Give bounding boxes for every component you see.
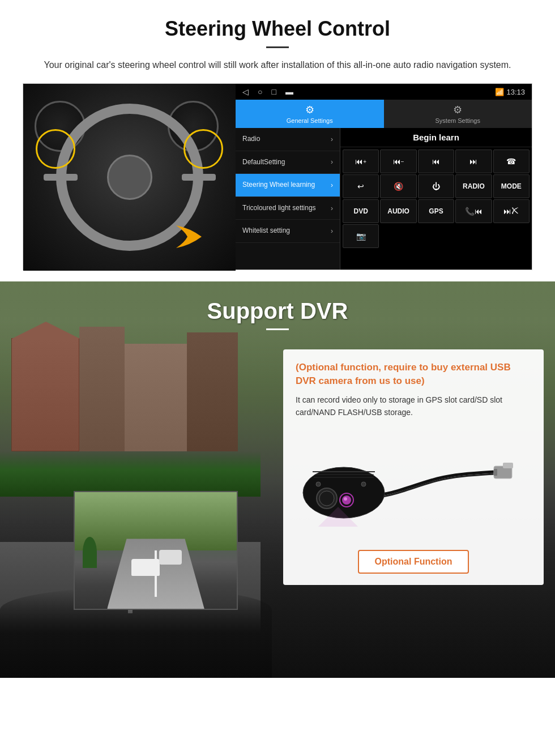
svg-point-5 bbox=[319, 491, 334, 506]
svg-rect-1 bbox=[503, 463, 513, 468]
building-4 bbox=[187, 332, 238, 451]
ctrl-btn-dvd[interactable]: DVD bbox=[343, 199, 379, 223]
hedge bbox=[0, 451, 261, 497]
nav-icons: ◁ ○ □ ▬ bbox=[242, 87, 293, 96]
back-icon: ◁ bbox=[242, 87, 249, 96]
ctrl-btn-mute[interactable]: 🔇 bbox=[380, 174, 416, 198]
menu-icon: ▬ bbox=[285, 87, 293, 96]
dvr-optional-heading: (Optional function, require to buy exter… bbox=[296, 361, 531, 388]
steering-image bbox=[23, 84, 236, 271]
android-panel: ◁ ○ □ ▬ 📶 13:13 ⚙ General Settings ⚙ bbox=[236, 84, 532, 270]
preview-car-2 bbox=[159, 550, 182, 565]
dvr-title: Support DVR bbox=[0, 298, 555, 324]
steering-circle-left bbox=[36, 129, 75, 169]
android-tabs: ⚙ General Settings ⚙ System Settings bbox=[236, 100, 532, 128]
preview-tree bbox=[83, 537, 97, 568]
building-3 bbox=[125, 344, 187, 451]
ctrl-btn-gps[interactable]: GPS bbox=[418, 199, 454, 223]
chevron-icon-whitelist: › bbox=[331, 227, 333, 235]
optional-function-button[interactable]: Optional Function bbox=[358, 550, 469, 574]
system-settings-icon: ⚙ bbox=[453, 104, 462, 116]
tab-general-settings[interactable]: ⚙ General Settings bbox=[236, 100, 384, 128]
home-icon: ○ bbox=[258, 87, 262, 96]
steering-section: Steering Wheel Control Your original car… bbox=[0, 0, 555, 281]
dvr-preview-image bbox=[74, 491, 238, 610]
steering-arrow bbox=[173, 220, 219, 254]
tab-system-label: System Settings bbox=[436, 117, 480, 124]
steering-wheel-bg bbox=[23, 84, 236, 271]
status-time: 13:13 bbox=[506, 88, 525, 96]
chevron-icon-tricoloured: › bbox=[331, 204, 333, 212]
svg-rect-2 bbox=[494, 469, 497, 476]
svg-point-13 bbox=[316, 482, 321, 486]
menu-item-whitelist[interactable]: Whitelist setting › bbox=[236, 220, 340, 243]
dvr-title-area: Support DVR bbox=[0, 281, 555, 330]
ctrl-btn-radio[interactable]: RADIO bbox=[455, 174, 492, 198]
ctrl-btn-power[interactable]: ⏻ bbox=[418, 174, 454, 198]
general-settings-icon: ⚙ bbox=[305, 104, 314, 116]
menu-item-steering[interactable]: Steering Wheel learning › bbox=[236, 174, 340, 197]
ctrl-btn-phone[interactable]: ☎ bbox=[493, 150, 530, 173]
ctrl-btn-prev[interactable]: ⏮ bbox=[418, 150, 454, 173]
ctrl-btn-vol-down[interactable]: ⏮− bbox=[380, 150, 416, 173]
ctrl-btn-skip[interactable]: ⏭✗ bbox=[493, 199, 530, 223]
svg-point-12 bbox=[361, 482, 366, 486]
steering-divider bbox=[266, 46, 289, 48]
menu-item-default[interactable]: DefaultSetting › bbox=[236, 151, 340, 174]
steering-circle-right bbox=[183, 129, 223, 169]
tab-system-settings[interactable]: ⚙ System Settings bbox=[384, 100, 532, 128]
menu-item-tricoloured[interactable]: Tricoloured light settings › bbox=[236, 197, 340, 220]
dvr-camera-illustration bbox=[296, 428, 531, 541]
chevron-icon-steering: › bbox=[331, 181, 333, 189]
svg-point-8 bbox=[344, 497, 347, 501]
menu-item-tricoloured-label: Tricoloured light settings bbox=[242, 204, 316, 213]
ctrl-btn-vol-up[interactable]: ⏮+ bbox=[343, 150, 379, 173]
android-statusbar: ◁ ○ □ ▬ 📶 13:13 bbox=[236, 84, 532, 100]
dvr-camera-svg bbox=[301, 428, 516, 535]
ctrl-btn-next[interactable]: ⏭ bbox=[455, 150, 492, 173]
status-bar-right: 📶 13:13 bbox=[495, 88, 525, 96]
android-content: Radio › DefaultSetting › Steering Wheel … bbox=[236, 128, 532, 270]
ctrl-btn-phone-prev[interactable]: 📞⏮ bbox=[455, 199, 492, 223]
steering-demo-area: ◁ ○ □ ▬ 📶 13:13 ⚙ General Settings ⚙ bbox=[23, 83, 532, 270]
menu-list: Radio › DefaultSetting › Steering Wheel … bbox=[236, 128, 340, 270]
menu-item-radio[interactable]: Radio › bbox=[236, 128, 340, 151]
control-grid: Begin learn ⏮+ ⏮− ⏮ ⏭ ☎ ↩ 🔇 ⏻ RADIO bbox=[340, 128, 532, 270]
control-buttons-grid: ⏮+ ⏮− ⏮ ⏭ ☎ ↩ 🔇 ⏻ RADIO MODE DVD AUDIO bbox=[340, 147, 532, 250]
menu-item-default-label: DefaultSetting bbox=[242, 158, 285, 167]
preview-car-1 bbox=[131, 559, 160, 576]
recent-icon: □ bbox=[271, 87, 276, 96]
chevron-icon-radio: › bbox=[331, 135, 333, 143]
menu-item-radio-label: Radio bbox=[242, 135, 260, 144]
steering-wheel-hub bbox=[107, 155, 152, 200]
building-1 bbox=[11, 338, 79, 451]
dvr-divider bbox=[266, 328, 289, 330]
chevron-icon-default: › bbox=[331, 158, 333, 166]
building-2 bbox=[79, 327, 125, 451]
dvr-section: Support DVR (Optional function, require … bbox=[0, 281, 555, 678]
dvr-description: It can record video only to storage in G… bbox=[296, 394, 531, 419]
ctrl-btn-hangup[interactable]: ↩ bbox=[343, 174, 379, 198]
begin-learn-button[interactable]: Begin learn bbox=[413, 133, 459, 142]
signal-icon: 📶 bbox=[495, 88, 504, 96]
steering-description: Your original car's steering wheel contr… bbox=[34, 58, 521, 72]
dvr-content-card: (Optional function, require to buy exter… bbox=[283, 349, 544, 585]
ctrl-btn-mode[interactable]: MODE bbox=[493, 174, 530, 198]
steering-title: Steering Wheel Control bbox=[23, 17, 532, 41]
tab-general-label: General Settings bbox=[287, 117, 333, 124]
menu-item-whitelist-label: Whitelist setting bbox=[242, 227, 290, 236]
ctrl-btn-extra[interactable]: 📷 bbox=[343, 224, 379, 248]
ctrl-btn-audio[interactable]: AUDIO bbox=[380, 199, 416, 223]
begin-learn-row: Begin learn bbox=[340, 128, 532, 147]
menu-item-steering-label: Steering Wheel learning bbox=[242, 181, 315, 190]
